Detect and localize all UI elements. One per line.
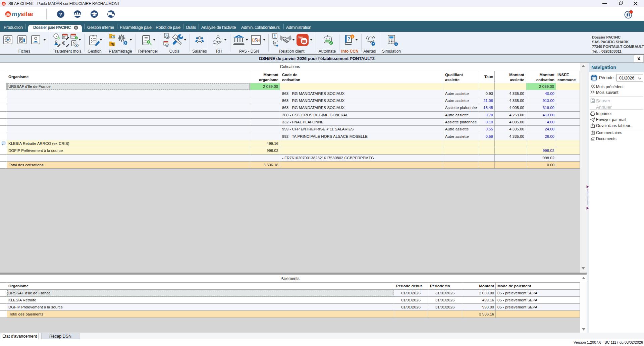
svg-text:my: my (12, 10, 21, 17)
svg-text:æ: æ (6, 12, 10, 17)
svg-text:?: ? (347, 36, 351, 42)
svg-text:æ: æ (302, 38, 307, 44)
svg-text:€: € (62, 40, 65, 46)
svg-text:!: ! (352, 35, 353, 39)
svg-text:silæ: silæ (20, 10, 33, 17)
svg-text:P: P (274, 42, 276, 45)
svg-text:%: % (111, 43, 114, 46)
svg-text:æ: æ (2, 2, 5, 5)
svg-text:€: € (73, 41, 75, 44)
svg-text:?: ? (59, 12, 62, 17)
svg-text:N: N (257, 38, 260, 43)
